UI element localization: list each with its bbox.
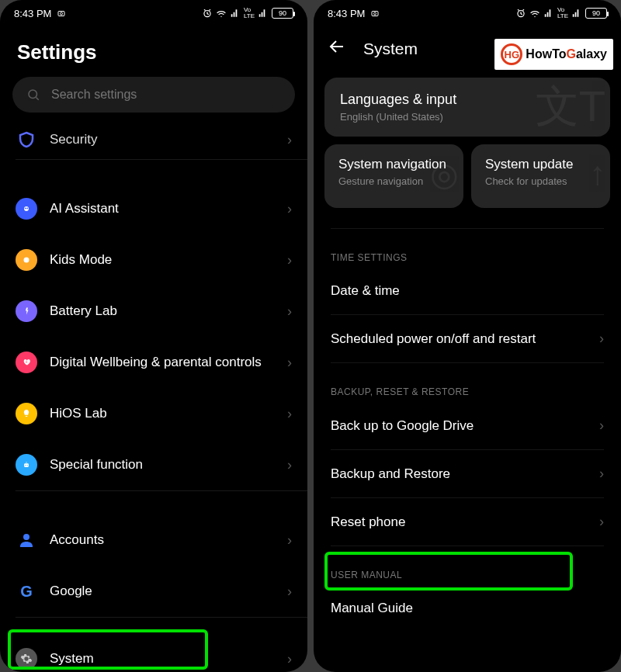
row-security[interactable]: Security › <box>0 120 307 159</box>
row-backup-restore[interactable]: Backup and Restore › <box>314 450 621 497</box>
svg-point-11 <box>25 465 26 466</box>
section-backup: BACKUP, RESET & RESTORE <box>314 363 621 402</box>
watermark-logo: HG HowToGalaxy <box>494 39 613 70</box>
row-reset-phone[interactable]: Reset phone › <box>314 498 621 546</box>
alarm-icon <box>515 8 526 19</box>
card-navigation[interactable]: ◎ System navigation Gesture navigation <box>324 144 463 208</box>
row-battery-lab[interactable]: Battery Lab › <box>0 286 307 337</box>
svg-point-3 <box>29 90 37 99</box>
robot-icon <box>16 454 37 476</box>
phone-system: 8:43 PM VoLTE 90 System HG HowToGalaxy 文… <box>314 0 621 672</box>
chevron-right-icon: › <box>599 466 604 482</box>
row-google[interactable]: G Google › <box>0 566 307 617</box>
search-bar[interactable] <box>12 77 295 113</box>
chevron-right-icon: › <box>287 457 292 473</box>
page-title: Settings <box>0 26 307 77</box>
kids-icon <box>16 249 37 271</box>
row-special-function[interactable]: Special function › <box>0 439 307 490</box>
row-wellbeing[interactable]: + Digital Wellbeing & parental controls … <box>0 337 307 388</box>
chevron-right-icon: › <box>287 584 292 600</box>
svg-line-4 <box>36 97 38 99</box>
row-hios-lab[interactable]: HiOS Lab › <box>0 388 307 439</box>
signal-2-icon <box>258 8 269 19</box>
search-input[interactable] <box>51 88 281 102</box>
nav-watermark-icon: ◎ <box>430 155 459 193</box>
signal-1-icon <box>230 8 241 19</box>
svg-point-14 <box>23 534 29 540</box>
page-title: System <box>363 40 418 58</box>
status-bar: 8:43 PM VoLTE 90 <box>0 0 307 26</box>
chevron-right-icon: › <box>287 406 292 422</box>
chevron-right-icon: › <box>287 132 292 148</box>
google-icon: G <box>16 580 37 602</box>
svg-rect-10 <box>24 463 29 467</box>
row-kids-mode[interactable]: Kids Mode › <box>0 234 307 286</box>
lte-label: VoLTE <box>244 7 255 19</box>
chevron-right-icon: › <box>599 331 604 347</box>
svg-point-7 <box>26 208 28 210</box>
status-bar: 8:43 PM VoLTE 90 <box>314 0 621 26</box>
chevron-right-icon: › <box>599 417 604 434</box>
back-button[interactable] <box>328 37 346 61</box>
clock: 8:43 PM <box>328 8 365 19</box>
wifi-icon <box>216 8 227 19</box>
bulb-icon <box>16 403 37 424</box>
signal-1-icon <box>543 8 554 19</box>
wifi-icon <box>529 8 540 19</box>
camera-indicator-icon <box>56 8 67 19</box>
alarm-icon <box>202 8 213 19</box>
chevron-right-icon: › <box>287 532 292 549</box>
person-icon <box>16 529 37 551</box>
phone-settings: 8:43 PM VoLTE 90 Settings Security › <box>0 0 307 672</box>
battery-lab-icon <box>16 300 37 322</box>
row-manual-guide[interactable]: Manual Guide <box>314 585 621 616</box>
row-system[interactable]: System › <box>0 633 307 672</box>
card-languages[interactable]: 文T Languages & input English (United Sta… <box>324 78 610 137</box>
row-accounts[interactable]: Accounts › <box>0 514 307 566</box>
chevron-right-icon: › <box>287 355 292 371</box>
chevron-right-icon: › <box>287 651 292 667</box>
lte-label: VoLTE <box>557 7 568 19</box>
shield-icon <box>16 129 37 151</box>
svg-point-5 <box>24 206 29 211</box>
card-update[interactable]: ↑ System update Check for updates <box>471 144 610 208</box>
row-date-time[interactable]: Date & time <box>314 268 621 314</box>
chevron-right-icon: › <box>287 303 292 320</box>
chevron-right-icon: › <box>287 252 292 268</box>
svg-point-8 <box>24 258 29 263</box>
svg-rect-15 <box>372 12 378 16</box>
row-scheduled-power[interactable]: Scheduled power on/off and restart › <box>314 315 621 362</box>
update-watermark-icon: ↑ <box>589 155 605 192</box>
chevron-right-icon: › <box>287 201 292 217</box>
row-backup-drive[interactable]: Back up to Google Drive › <box>314 402 621 449</box>
search-icon <box>26 88 40 102</box>
svg-text:+: + <box>25 359 27 364</box>
translate-watermark-icon: 文T <box>536 78 605 137</box>
svg-point-6 <box>25 208 26 210</box>
battery-icon: 90 <box>272 8 293 19</box>
section-time-settings: TIME SETTINGS <box>314 229 621 268</box>
battery-icon: 90 <box>585 8 607 19</box>
gear-icon <box>16 648 37 670</box>
svg-point-16 <box>374 12 376 15</box>
signal-2-icon <box>571 8 582 19</box>
chevron-right-icon: › <box>599 514 604 530</box>
section-user-manual: USER MANUAL <box>314 546 621 585</box>
camera-indicator-icon <box>369 8 380 19</box>
svg-rect-0 <box>58 12 64 16</box>
clock: 8:43 PM <box>14 8 51 19</box>
assistant-icon <box>16 198 37 220</box>
row-ai-assistant[interactable]: AI Assistant › <box>0 183 307 234</box>
svg-point-1 <box>61 12 63 15</box>
heart-icon: + <box>16 352 37 373</box>
svg-point-12 <box>27 465 28 466</box>
